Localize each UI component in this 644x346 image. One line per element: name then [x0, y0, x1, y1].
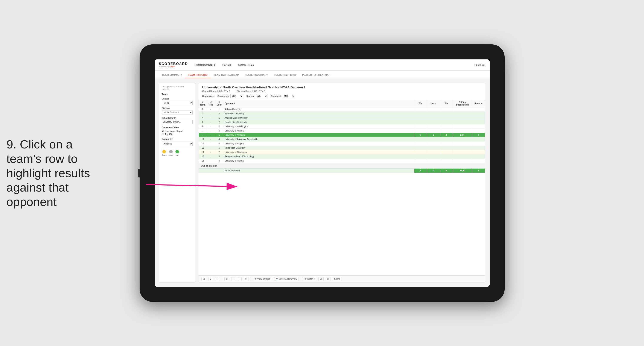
opponent-name-cell: Auburn University: [223, 107, 414, 111]
undo-button[interactable]: ◀: [202, 277, 206, 281]
data-cell: -: [207, 120, 215, 124]
data-cell: [414, 154, 427, 159]
tab-team-h2h-grid[interactable]: TEAM H2H GRID: [185, 72, 211, 78]
data-cell: -: [207, 111, 215, 116]
gender-select[interactable]: Men's: [162, 101, 192, 105]
table-row[interactable]: 12-3University of Virginia: [199, 141, 485, 146]
overall-record: Overall Record: 89 - 17 - 0: [202, 90, 230, 92]
print-button[interactable]: 🖨: [318, 277, 324, 281]
data-cell: -: [207, 141, 215, 146]
odiv-diff: 26.00: [453, 169, 472, 173]
share-button[interactable]: Share: [333, 277, 342, 281]
refresh-button[interactable]: ⟳: [244, 277, 248, 281]
division-select[interactable]: NCAA Division I: [162, 110, 192, 115]
opponents-filter: Opponents:: [202, 95, 214, 97]
data-cell: -: [207, 107, 215, 111]
data-cell: 3: [215, 159, 223, 163]
data-cell: [453, 141, 472, 146]
separator-2: [250, 277, 251, 281]
out-of-division-label: Out of division: [199, 163, 485, 169]
data-cell: [414, 124, 427, 128]
opponent-name-cell: Arizona State University: [223, 116, 414, 120]
conference-select[interactable]: (All): [230, 94, 243, 98]
legend-up-circle: [176, 150, 179, 153]
table-row[interactable]: 13-1Texas Tech University: [199, 146, 485, 150]
opponent-name-cell: Florida State University: [223, 120, 414, 124]
nav-tournaments[interactable]: TOURNAMENTS: [194, 63, 216, 66]
data-cell: [427, 146, 440, 150]
table-row[interactable]: 8-2University of Washington: [199, 124, 485, 128]
data-cell: 2: [215, 111, 223, 116]
data-cell: -: [207, 159, 215, 163]
data-cell: 8: [472, 133, 485, 137]
table-row[interactable]: 16-3University of Florida: [199, 159, 485, 163]
watch-button[interactable]: 👁 Watch ▾: [303, 277, 316, 281]
table-row[interactable]: 6-2Florida State University: [199, 120, 485, 124]
table-row[interactable]: --3University of Arizona: [199, 128, 485, 133]
tab-player-summary[interactable]: PLAYER SUMMARY: [242, 72, 271, 78]
tab-player-h2h-grid[interactable]: PLAYER H2H GRID: [271, 72, 299, 78]
nav-teams[interactable]: TEAMS: [222, 63, 232, 66]
colour-by-select[interactable]: Win/loss: [162, 142, 192, 146]
cut-button[interactable]: ✂: [231, 277, 236, 281]
redo-button[interactable]: ▶: [208, 277, 213, 281]
add-button[interactable]: ⊕: [224, 277, 229, 281]
opponent-name-cell: University of Arkansas, Fayetteville: [223, 137, 414, 141]
data-cell: [440, 128, 453, 133]
main-content: Last Updated: 27/03/2024 16:55:38 Team G…: [154, 78, 490, 287]
opponent-name-cell: University of Washington: [223, 124, 414, 128]
data-cell: -: [207, 124, 215, 128]
table-row[interactable]: 2-1Auburn University: [199, 107, 485, 111]
tab-team-summary[interactable]: TEAM SUMMARY: [159, 72, 185, 78]
save-custom-view-button[interactable]: 💾 Save Custom View: [274, 277, 298, 281]
opponent-name-cell: Texas Tech University: [223, 146, 414, 150]
tab-player-h2h-heatmap[interactable]: PLAYER H2H HEATMAP: [299, 72, 333, 78]
radio-top100[interactable]: Top 100: [162, 133, 192, 136]
odiv-rounds: 3: [472, 169, 485, 173]
sign-out-button[interactable]: | Sign out: [474, 63, 485, 66]
legend-down-label: Down: [162, 154, 167, 156]
data-cell: -: [199, 128, 207, 133]
tab-team-h2h-heatmap[interactable]: TEAM H2H HEATMAP: [210, 72, 242, 78]
dot-button[interactable]: ·: [238, 277, 242, 281]
school-value[interactable]: University of Nort...: [162, 120, 192, 124]
opponent-select[interactable]: (All): [282, 94, 295, 98]
filters-row: Opponents: Conference (All) Region (All): [202, 94, 482, 98]
col-loss: Loss: [427, 100, 440, 107]
data-cell: 3: [215, 141, 223, 146]
table-row[interactable]: 4-1Arizona State University: [199, 116, 485, 120]
data-cell: 2: [199, 107, 207, 111]
nav-committee[interactable]: COMMITTEE: [238, 63, 254, 66]
data-cell: 2: [215, 124, 223, 128]
table-row[interactable]: 14-2University of Oklahoma: [199, 150, 485, 154]
data-cell: 4: [199, 116, 207, 120]
scoreboard-header: University of North Carolina Head-to-Hea…: [199, 83, 485, 100]
gender-label: Gender: [162, 98, 192, 100]
data-cell: 0: [427, 133, 440, 137]
data-cell: [472, 150, 485, 154]
data-cell: [414, 137, 427, 141]
table-row[interactable]: 15-4Georgia Institute of Technology: [199, 154, 485, 159]
colour-by-label: Colour by: [162, 138, 192, 140]
view-original-button[interactable]: 👁 View: Original: [253, 277, 272, 281]
out-of-division-row[interactable]: NCAA Division II 1 0 0 26.00 3: [199, 169, 485, 173]
sidebar-team-label: Team: [162, 93, 192, 96]
data-cell: [440, 111, 453, 116]
table-row[interactable]: --5University of Alabama3002.618: [199, 133, 485, 137]
table-row[interactable]: 3-2Vanderbilt University: [199, 111, 485, 116]
data-cell: [472, 154, 485, 159]
region-select[interactable]: (All): [255, 94, 268, 98]
data-cell: [440, 107, 453, 111]
data-cell: [472, 116, 485, 120]
data-cell: [414, 128, 427, 133]
data-cell: [427, 159, 440, 163]
grid-button[interactable]: ⊡: [326, 277, 330, 281]
opponent-name-cell: University of Florida: [223, 159, 414, 163]
reset-button[interactable]: ↩: [215, 277, 220, 281]
table-row[interactable]: 11-6University of Arkansas, Fayetteville: [199, 137, 485, 141]
table-container: #Rank #Reg #Conf Opponent Win Loss Tie D…: [199, 100, 485, 276]
data-cell: -: [207, 137, 215, 141]
data-cell: [440, 154, 453, 159]
radio-opponents-played[interactable]: Opponents Played: [162, 130, 192, 132]
data-cell: 12: [199, 141, 207, 146]
